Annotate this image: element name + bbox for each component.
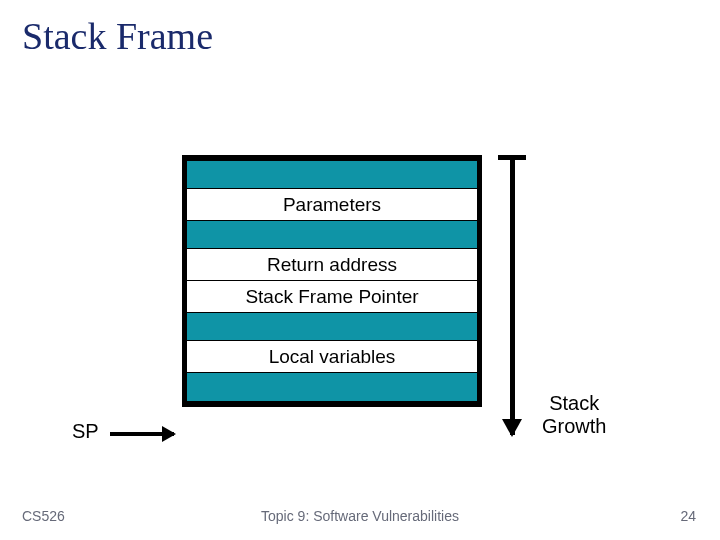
frame-return-address-row: Return address <box>187 249 477 281</box>
frame-frame-pointer-row: Stack Frame Pointer <box>187 281 477 313</box>
frame-bottom-border <box>182 401 482 407</box>
sp-label: SP <box>72 420 99 443</box>
stack-growth-line1: Stack <box>549 392 599 414</box>
footer-topic: Topic 9: Software Vulnerabilities <box>0 508 720 524</box>
frame-locals-row: Local variables <box>187 341 477 373</box>
frame-blank-row <box>187 373 477 401</box>
footer-page-number: 24 <box>680 508 696 524</box>
frame-blank-row <box>187 161 477 189</box>
frame-container: Parameters Return address Stack Frame Po… <box>182 161 482 401</box>
frame-blank-row <box>187 221 477 249</box>
slide-title: Stack Frame <box>22 14 213 58</box>
sp-arrow-icon <box>110 432 174 436</box>
stack-growth-label: Stack Growth <box>542 392 606 438</box>
growth-arrow-icon <box>510 155 515 435</box>
stack-growth-line2: Growth <box>542 415 606 437</box>
frame-parameters-row: Parameters <box>187 189 477 221</box>
stack-frame-diagram: Parameters Return address Stack Frame Po… <box>182 155 482 445</box>
frame-blank-row <box>187 313 477 341</box>
